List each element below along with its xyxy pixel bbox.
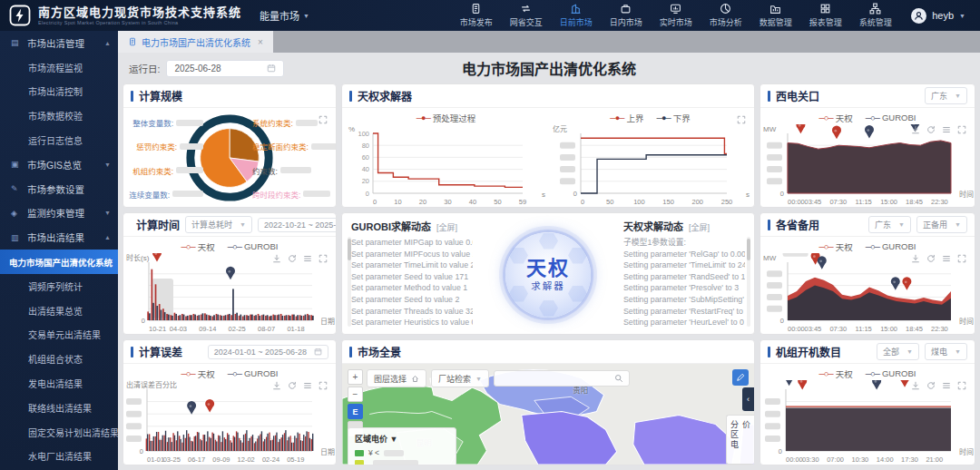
sidebar-item[interactable]: 水电厂出清结果 [0, 445, 118, 469]
date-range-picker[interactable]: 2024-01-01 ~ 2025-06-28 [208, 345, 328, 359]
nav-day-ahead[interactable]: 日前市场 [551, 1, 601, 31]
fullscreen-link[interactable]: [全屏] [689, 223, 710, 232]
sidebar-item[interactable]: ▣市场GIS总览▼ [0, 152, 118, 177]
reserve-type-select[interactable]: 正备用▼ [916, 216, 967, 233]
legend-item[interactable]: ─○─GUROBI [866, 241, 916, 251]
metric-select[interactable]: 计算总耗时▼ [185, 216, 252, 233]
date-range-picker[interactable]: 2022-10-21 ~ 2025-06-28 [258, 218, 337, 232]
list-icon[interactable] [303, 254, 312, 263]
svg-text:日期: 日期 [320, 448, 335, 456]
nav-exchange[interactable]: 网省交互 [501, 1, 551, 31]
fullscreen-icon[interactable] [318, 254, 328, 263]
legend-item[interactable]: ─○─天权 [819, 112, 853, 124]
sidebar-item[interactable]: 固定交易计划出清结果 [0, 420, 118, 445]
fullscreen-icon[interactable] [318, 115, 328, 124]
fullscreen-icon[interactable] [957, 381, 966, 390]
fullscreen-link[interactable]: [全屏] [436, 223, 457, 232]
legend-item[interactable]: ─○─天权 [819, 240, 853, 253]
refresh-icon[interactable] [926, 125, 936, 134]
legend-item[interactable]: ─○─GUROBI [228, 241, 279, 251]
download-icon[interactable] [272, 254, 281, 263]
map-side-collapse[interactable]: ‹ [742, 387, 754, 411]
reserve-area-chart: 0MW00:0003:4507:3011:1515:0018:4522:30时间 [760, 253, 975, 334]
market-type-dropdown[interactable]: 能量市场▼ [260, 8, 309, 23]
sidebar-item[interactable]: ◈监测约束管理▼ [0, 201, 118, 226]
fullscreen-icon[interactable] [957, 254, 966, 263]
sidebar-item[interactable]: 市场流程监视 [0, 55, 118, 80]
map-search-box[interactable] [494, 370, 630, 387]
fullscreen-icon[interactable] [957, 125, 966, 134]
map-e-button[interactable]: E [348, 404, 363, 419]
sidebar-item[interactable]: 发电出清结果 [0, 371, 118, 396]
fullscreen-icon[interactable] [737, 115, 746, 124]
tab-close-icon[interactable]: × [258, 37, 263, 47]
nav-publish[interactable]: 市场发布 [451, 1, 501, 31]
layer-select-button[interactable]: 图层选择 [367, 369, 426, 387]
download-icon[interactable] [911, 254, 920, 263]
sidebar-item[interactable]: 机组组合状态 [0, 347, 118, 371]
nav-intraday[interactable]: 日内市场 [601, 1, 651, 31]
legend-item[interactable]: ─○─天权 [181, 240, 215, 253]
sidebar-item[interactable]: 交易单元出清结果 [0, 323, 118, 348]
map-edit-button[interactable] [732, 369, 749, 386]
scrollbar[interactable] [348, 237, 351, 327]
chevron-up-icon: ▲ [104, 234, 111, 240]
province-select[interactable]: 广东▼ [925, 87, 967, 104]
fullscreen-icon[interactable] [318, 381, 328, 390]
province-select[interactable]: 广东▼ [868, 216, 911, 233]
refresh-icon[interactable] [926, 254, 936, 263]
refresh-icon[interactable] [926, 381, 936, 390]
sidebar-item[interactable]: 出清结果总览 [0, 299, 118, 323]
run-date-picker[interactable]: 2025-06-28 [166, 60, 284, 77]
region-select[interactable]: 全部▼ [877, 343, 919, 360]
legend-item[interactable]: ─○─GUROBI [866, 368, 916, 378]
sidebar-item[interactable]: 调频序列统计 [0, 274, 118, 299]
list-icon[interactable] [942, 381, 951, 390]
scrollbar[interactable] [747, 237, 750, 327]
constraint-icon: ◈ [11, 209, 24, 218]
sidebar-item[interactable]: 市场数据校验 [0, 103, 118, 128]
legend-item[interactable]: ─●─上界 [610, 112, 643, 124]
station-search-dropdown[interactable]: 厂站检索▼ [431, 369, 489, 387]
legend-item[interactable]: ─○─GUROBI [228, 368, 279, 378]
sidebar-item[interactable]: ▤市场出清管理▲ [0, 31, 118, 55]
list-icon[interactable] [303, 381, 312, 390]
topbar: 南方区域电力现货市场技术支持系统 Electricity Spot Market… [0, 0, 980, 31]
list-icon[interactable] [942, 254, 951, 263]
user-menu[interactable]: heyb ▼ [900, 8, 980, 24]
sidebar-item[interactable]: 市场出清控制 [0, 80, 118, 104]
sidebar-item[interactable]: ✎市场参数设置 [0, 177, 118, 201]
sidebar-item[interactable]: 联络线出清结果 [0, 396, 118, 420]
map-zoom-in-button[interactable]: + [348, 369, 363, 385]
sidebar-item[interactable]: 电力市场国产出清优化系统 [0, 250, 118, 274]
map-canvas[interactable]: 贵阳 昆明 + − E 图层选择 厂站检索▼ [342, 364, 754, 465]
nav-realtime[interactable]: 实时市场 [651, 1, 701, 31]
legend-item[interactable]: ─○─天权 [819, 367, 853, 380]
download-icon[interactable] [911, 381, 920, 390]
nav-data[interactable]: 数据管理 [750, 1, 800, 31]
refresh-icon[interactable] [288, 254, 297, 263]
nav-analysis[interactable]: 市场分析 [701, 1, 750, 31]
svg-text:00:00: 00:00 [788, 198, 805, 206]
zone-price-tab[interactable]: 分区电价 [726, 415, 754, 465]
chevron-down-icon: ▼ [959, 13, 965, 19]
download-icon[interactable] [911, 125, 920, 134]
legend-item[interactable]: ─○─GUROBI [866, 113, 916, 122]
log-line: Setting parameter 'HeurLevel' to 0 [623, 317, 745, 328]
refresh-icon[interactable] [288, 381, 297, 390]
unit-type-select[interactable]: 煤电▼ [925, 343, 967, 360]
map-zoom-out-button[interactable]: − [348, 387, 363, 402]
legend-item[interactable]: ─●─下界 [657, 112, 691, 124]
gis-icon: ▣ [11, 160, 24, 169]
map-search-input[interactable] [500, 373, 614, 384]
sidebar-item[interactable]: 运行日志信息 [0, 128, 118, 152]
legend-item[interactable]: ─○─天权 [181, 367, 215, 380]
list-icon[interactable] [942, 125, 951, 134]
nav-system[interactable]: 系统管理 [850, 1, 900, 31]
search-icon[interactable] [614, 374, 623, 383]
tab-clearing-optimization[interactable]: 电力市场国产出清优化系统 × [118, 31, 273, 53]
legend-item[interactable]: ─●─预处理过程 [416, 112, 476, 124]
download-icon[interactable] [272, 381, 281, 390]
nav-report[interactable]: 报表管理 [800, 1, 850, 31]
sidebar-item[interactable]: ▥市场出清结果▲ [0, 225, 118, 250]
